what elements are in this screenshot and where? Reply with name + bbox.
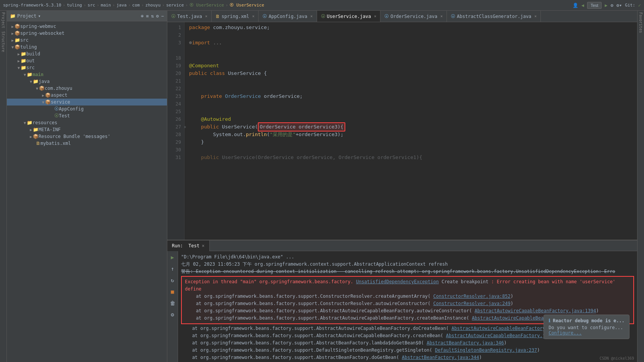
run-icon[interactable]: ▶ (605, 3, 607, 8)
tab-icon-java: ⦿ (451, 14, 455, 19)
bundle-icon: 📦 (33, 134, 39, 139)
expand-arrow: ▼ (11, 45, 14, 49)
code-line-23: private OrderService orderService; (189, 93, 637, 100)
dropdown-arrow[interactable]: ▾ (38, 13, 41, 19)
code-line-2 (189, 31, 637, 39)
project-panel-header: 📁 Project ▾ ⊕ ≡ ⇅ ⚙ − (7, 11, 167, 21)
tree-item-tuling[interactable]: ▼ 📦 tuling (7, 44, 167, 50)
tab-appconfig[interactable]: ⦿ AppConfig.java × (259, 11, 317, 22)
breadcrumb-item[interactable]: main (101, 3, 111, 8)
run-close-btn[interactable]: 🗑 (168, 299, 177, 308)
back-icon[interactable]: ◀ (581, 3, 584, 8)
expand-arrow: ▶ (30, 135, 32, 139)
tree-item-src2[interactable]: ▼ 📁 src (7, 64, 167, 71)
tree-item-main[interactable]: ▼ 📁 main (7, 71, 167, 78)
editor-column: ⦿ Test.java × 🗎 spring.xml × ⦿ AppConfig… (167, 11, 637, 362)
tree-item-spring-webmvc[interactable]: ▶ 📦 spring-webmvc (7, 23, 167, 30)
collapse-icon[interactable]: ⊕ (189, 39, 192, 47)
tree-item-out[interactable]: ▶ 📁 out (7, 57, 167, 64)
code-line-20: public class UserService { (189, 70, 637, 77)
stack-link[interactable]: ConstructorResolver.java:249 (433, 301, 510, 306)
structure-sidebar-label[interactable]: Structure (0, 30, 6, 54)
expand-arrow: ▼ (24, 73, 26, 77)
tab-close[interactable]: × (374, 14, 376, 18)
tree-item-spring-websocket[interactable]: ▶ 📦 spring-websocket (7, 30, 167, 37)
git-label: Git: (625, 3, 635, 8)
run-panel-sidebar: ▶ ↑ ↻ ■ 🗑 ⚙ (167, 251, 178, 362)
expand-all-icon[interactable]: ⊕ (141, 13, 144, 19)
tab-close[interactable]: × (252, 14, 254, 18)
favorites-label[interactable]: Favorites (639, 12, 643, 33)
tab-close[interactable]: × (205, 14, 207, 18)
settings-icon[interactable]: ⚙ (156, 13, 159, 19)
breakpoint-arrow: ◆ (184, 123, 186, 131)
tree-item-resources[interactable]: ▼ 📁 resources (7, 119, 167, 126)
breadcrumb-item[interactable]: java (117, 3, 127, 8)
run-settings-btn[interactable]: ⚙ (168, 310, 177, 319)
collapse-all-icon[interactable]: ≡ (146, 13, 149, 19)
tree-item-appconfig[interactable]: ⦿ AppConfig (7, 106, 167, 112)
tree-item-resource-bundle[interactable]: ▶ 📦 Resource Bundle 'messages' (7, 133, 167, 140)
tab-spring-xml[interactable]: 🗎 spring.xml × (212, 11, 259, 22)
test-button[interactable]: Test (587, 2, 602, 9)
tab-abstractclass[interactable]: ⦿ AbstractClassGenerator.java × (447, 11, 541, 22)
folder-icon: 📁 (33, 127, 39, 132)
build-icon[interactable]: ⚙ (611, 3, 613, 8)
toast-body: Do you want to configure... (549, 325, 625, 330)
code-editor[interactable]: package com.zhouyu.service; ⊕ import ... (184, 22, 637, 240)
folder-icon: 📁 (10, 13, 16, 19)
bottom-tab-run[interactable]: Run: Test × (167, 240, 210, 251)
toast-configure-link[interactable]: Configure... (549, 330, 625, 336)
unsatisfied-dep-link[interactable]: UnsatisfiedDependencyException (356, 279, 439, 284)
project-header-actions: ⊕ ≡ ⇅ ⚙ − (141, 13, 164, 19)
tab-close[interactable]: × (534, 14, 537, 18)
tree-item-test[interactable]: ⦿ Test (7, 112, 167, 119)
tab-close[interactable]: × (311, 14, 313, 18)
breadcrumb-item-active[interactable]: ⦿ UserService (230, 3, 264, 8)
stack-link[interactable]: AbstractBeanFactory.java:344 (402, 355, 479, 360)
stack-link[interactable]: AbstractBeanFactory.java:346 (427, 340, 504, 346)
breadcrumb-item[interactable]: zhouyu (146, 3, 161, 8)
tree-item-build[interactable]: ▶ 📁 build (7, 50, 167, 57)
top-bar: spring-framework-5.3.10 › tuling › src ›… (0, 0, 644, 11)
stack-link[interactable]: ConstructorResolver.java:852 (433, 294, 510, 299)
tab-orderservice[interactable]: ⦿ OrderService.java × (380, 11, 447, 22)
right-sidebar: Favorites (637, 11, 644, 362)
tree-item-java[interactable]: ▼ 📁 java (7, 78, 167, 85)
tab-close[interactable]: × (440, 14, 443, 18)
sort-icon[interactable]: ⇅ (151, 13, 154, 19)
tree-item-meta-inf[interactable]: ▶ 📁 META-INF (7, 126, 167, 133)
breadcrumb-item[interactable]: service (166, 3, 184, 8)
run-stop-btn[interactable]: ■ (168, 287, 177, 296)
run-rerun-btn[interactable]: ↻ (168, 276, 177, 285)
breadcrumb-item[interactable]: tuling (67, 3, 82, 8)
breadcrumb-item[interactable]: com (132, 3, 140, 8)
tree-item-service[interactable]: ▼ 📦 service (7, 99, 167, 106)
stack-link[interactable]: AbstractAutowireCapableBeanFactory.java:… (475, 308, 596, 313)
stack-link[interactable]: DefaultSingletonBeanRegistry.java:237 (435, 347, 537, 353)
tree-item-com-zhouyu[interactable]: ▼ 📦 com.zhouyu (7, 85, 167, 92)
project-sidebar-label[interactable]: Project (0, 11, 6, 30)
breadcrumb-item[interactable]: src (87, 3, 95, 8)
breadcrumb-item[interactable]: ⦿ UserService (189, 3, 224, 8)
tab-userservice[interactable]: ⦿ UserService.java × (317, 11, 381, 22)
run-stop-up-btn[interactable]: ↑ (168, 264, 177, 273)
run-tab-label: Test (188, 243, 199, 248)
left-vertical-tabs: Project Structure (0, 11, 7, 362)
run-play-btn[interactable]: ▶ (168, 253, 177, 262)
expand-arrow: ▼ (42, 100, 44, 104)
close-icon[interactable]: − (161, 13, 164, 19)
tab-icon-xml: 🗎 (215, 14, 220, 19)
warning-line: 警告: Exception encountered during context… (181, 268, 634, 275)
breadcrumb-item[interactable]: spring-framework-5.3.10 (3, 3, 61, 8)
project-tree: ▶ 📦 spring-webmvc ▶ 📦 spring-websocket ▶… (7, 21, 167, 362)
code-line-30 (189, 146, 637, 154)
more-icon[interactable]: ⚙▾ (616, 3, 622, 8)
tab-test[interactable]: ⦿ Test.java × (167, 11, 212, 22)
tree-item-src[interactable]: ▶ 📁 src (7, 37, 167, 44)
code-line-1: package com.zhouyu.service; (189, 24, 637, 31)
source-folder-icon: 📁 (21, 65, 26, 70)
tab-close[interactable]: × (202, 243, 204, 248)
tree-item-aspect[interactable]: ▶ 📦 aspect (7, 92, 167, 99)
tree-item-mybatis-xml[interactable]: 🗎 mybatis.xml (7, 140, 167, 147)
